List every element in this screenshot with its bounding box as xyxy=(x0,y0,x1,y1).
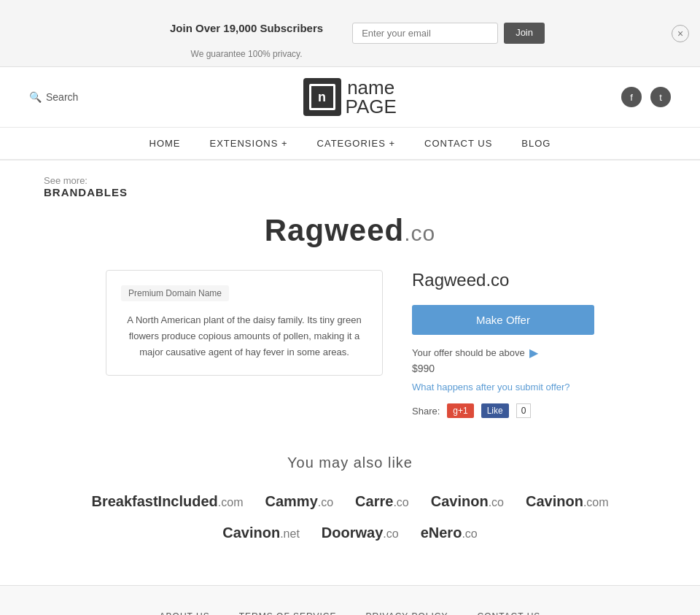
nav-extensions[interactable]: EXTENSIONS + xyxy=(210,138,288,149)
main-nav: HOMEEXTENSIONS +CATEGORIES +CONTACT USBL… xyxy=(0,128,700,160)
logo-link[interactable]: n name PAGE xyxy=(303,78,397,116)
domain-title: Ragweed.co xyxy=(15,213,685,248)
offer-hint: Your offer should be above ▶ xyxy=(412,346,594,360)
like-count: 0 xyxy=(516,403,532,418)
search-label: Search xyxy=(46,91,78,103)
see-more: See more: BRANDABLES xyxy=(15,175,685,198)
logo-page: PAGE xyxy=(346,96,397,117)
join-button[interactable]: Join xyxy=(504,23,545,44)
footer-link-about[interactable]: ABOUT US xyxy=(160,611,210,615)
list-item[interactable]: Cammy.co xyxy=(265,493,334,510)
twitter-icon[interactable]: t xyxy=(650,87,671,107)
logo-text: name PAGE xyxy=(346,78,397,116)
domain-name-main: Ragweed xyxy=(265,213,404,247)
search-area[interactable]: 🔍 Search xyxy=(29,91,78,103)
banner-text: Join Over 19,000 Subscribers We guarante… xyxy=(155,7,338,59)
what-happens-link[interactable]: What happens after you submit offer? xyxy=(412,382,594,392)
brandables-link[interactable]: BRANDABLES xyxy=(44,186,128,198)
footer-link-contact[interactable]: CONTACT US xyxy=(477,611,540,615)
logo-box: n xyxy=(303,78,341,116)
close-banner-button[interactable]: × xyxy=(672,25,689,42)
domain-ext: .co xyxy=(404,221,435,245)
domain-full-name: Ragweed.co xyxy=(412,270,594,290)
list-item[interactable]: Doorway.co xyxy=(322,525,399,541)
domain-section: Premium Domain Name A North American pla… xyxy=(15,270,685,418)
nav-contact[interactable]: CONTACT US xyxy=(424,138,492,149)
social-icons: f t xyxy=(621,87,671,107)
also-like-section: You may also like BreakfastIncluded.comC… xyxy=(15,455,685,541)
see-more-label: See more: xyxy=(44,175,685,186)
nav-blog[interactable]: BLOG xyxy=(521,138,551,149)
domain-description: Premium Domain Name A North American pla… xyxy=(106,270,383,376)
offer-price: $990 xyxy=(412,363,594,374)
domain-offer: Ragweed.co Make Offer Your offer should … xyxy=(412,270,594,418)
offer-arrow-icon: ▶ xyxy=(529,346,538,360)
top-banner: Join Over 19,000 Subscribers We guarante… xyxy=(0,0,700,67)
list-item[interactable]: Cavinon.co xyxy=(431,493,504,510)
google-plus-button[interactable]: g+1 xyxy=(447,403,473,418)
footer: ABOUT USTERMS OF SERVICEPRIVACY POLICYCO… xyxy=(0,585,700,615)
list-item[interactable]: eNero.co xyxy=(421,525,478,541)
banner-main-text: Join Over 19,000 Subscribers xyxy=(155,7,338,49)
search-icon: 🔍 xyxy=(29,91,42,103)
banner-form: Join xyxy=(352,23,545,44)
domain-badge: Premium Domain Name xyxy=(121,285,229,301)
logo-container: n name PAGE xyxy=(303,78,397,116)
list-item[interactable]: Carre.co xyxy=(355,493,409,510)
email-input[interactable] xyxy=(352,23,498,44)
header: 🔍 Search n name PAGE f t xyxy=(0,67,700,128)
logo-icon: n xyxy=(309,84,335,110)
facebook-icon[interactable]: f xyxy=(621,87,642,107)
also-like-heading: You may also like xyxy=(15,455,685,471)
like-label: Like xyxy=(487,406,503,416)
domain-grid: BreakfastIncluded.comCammy.coCarre.coCav… xyxy=(15,493,685,541)
facebook-like-button[interactable]: Like xyxy=(481,403,509,418)
share-row: Share: g+1 Like 0 xyxy=(412,403,594,418)
domain-desc-text: A North American plant of the daisy fami… xyxy=(121,312,368,360)
share-label: Share: xyxy=(412,406,440,417)
main-content: See more: BRANDABLES Ragweed.co Premium … xyxy=(0,160,700,585)
list-item[interactable]: Cavinon.com xyxy=(526,493,609,510)
footer-link-terms[interactable]: TERMS OF SERVICE xyxy=(239,611,337,615)
footer-links: ABOUT USTERMS OF SERVICEPRIVACY POLICYCO… xyxy=(15,600,685,615)
offer-hint-text: Your offer should be above xyxy=(412,347,525,358)
nav-home[interactable]: HOME xyxy=(149,138,181,149)
nav-categories[interactable]: CATEGORIES + xyxy=(317,138,395,149)
banner-sub-text: We guarantee 100% privacy. xyxy=(155,49,338,59)
list-item[interactable]: Cavinon.net xyxy=(222,525,300,541)
make-offer-button[interactable]: Make Offer xyxy=(412,305,594,335)
list-item[interactable]: BreakfastIncluded.com xyxy=(91,493,243,510)
footer-link-privacy[interactable]: PRIVACY POLICY xyxy=(366,611,448,615)
